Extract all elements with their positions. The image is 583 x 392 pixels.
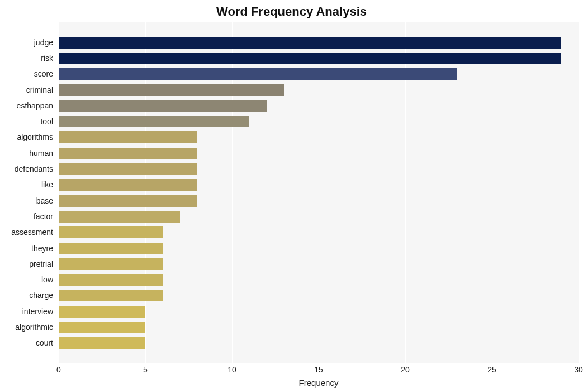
- y-tick-label: algorithmic: [0, 322, 53, 333]
- bar: [59, 163, 197, 175]
- y-tick-label: charge: [0, 290, 53, 301]
- bars-group: [59, 22, 579, 363]
- y-tick-label: criminal: [0, 84, 53, 96]
- bar: [59, 290, 163, 301]
- y-tick-label: theyre: [0, 243, 53, 254]
- x-tick-label: 30: [574, 365, 583, 374]
- y-tick-label: esthappan: [0, 100, 53, 112]
- y-tick-label: interview: [0, 306, 53, 318]
- y-tick-label: base: [0, 195, 53, 207]
- y-tick-label: like: [0, 179, 53, 191]
- bar: [59, 116, 249, 127]
- y-tick-label: assessment: [0, 226, 53, 238]
- y-tick-label: algorithms: [0, 131, 53, 143]
- y-tick-label: judge: [0, 37, 53, 49]
- bar: [59, 131, 197, 143]
- bar: [59, 68, 457, 80]
- y-tick-label: pretrial: [0, 258, 53, 270]
- bar: [59, 258, 163, 270]
- x-tick-label: 15: [314, 365, 323, 374]
- y-tick-label: factor: [0, 211, 53, 223]
- chart-title: Word Frequency Analysis: [0, 4, 583, 19]
- bar: [59, 84, 284, 96]
- x-axis-labels: 051015202530: [59, 365, 579, 376]
- bar: [59, 211, 180, 223]
- chart-container: Word Frequency Analysis judgeriskscorecr…: [0, 0, 583, 392]
- x-tick-label: 10: [227, 365, 236, 374]
- x-tick-label: 20: [401, 365, 410, 374]
- bar: [59, 306, 145, 318]
- x-axis-title: Frequency: [59, 378, 579, 388]
- y-tick-label: defendants: [0, 163, 53, 175]
- y-tick-label: low: [0, 274, 53, 286]
- bar: [59, 37, 561, 49]
- bar: [59, 226, 163, 238]
- x-tick-label: 5: [143, 365, 148, 374]
- x-tick-label: 25: [487, 365, 496, 374]
- gridline: [579, 22, 579, 363]
- y-axis-labels: judgeriskscorecriminalesthappantoolalgor…: [0, 22, 56, 363]
- y-tick-label: human: [0, 148, 53, 159]
- y-tick-label: tool: [0, 116, 53, 127]
- plot-area: [59, 22, 579, 363]
- bar: [59, 322, 145, 333]
- y-tick-label: score: [0, 68, 53, 80]
- bar: [59, 195, 197, 207]
- bar: [59, 179, 197, 191]
- bar: [59, 53, 561, 64]
- y-tick-label: risk: [0, 53, 53, 64]
- bar: [59, 148, 197, 159]
- bar: [59, 274, 163, 286]
- y-tick-label: court: [0, 337, 53, 349]
- x-tick-label: 0: [56, 365, 61, 374]
- bar: [59, 100, 267, 112]
- bar: [59, 243, 163, 254]
- bar: [59, 337, 145, 349]
